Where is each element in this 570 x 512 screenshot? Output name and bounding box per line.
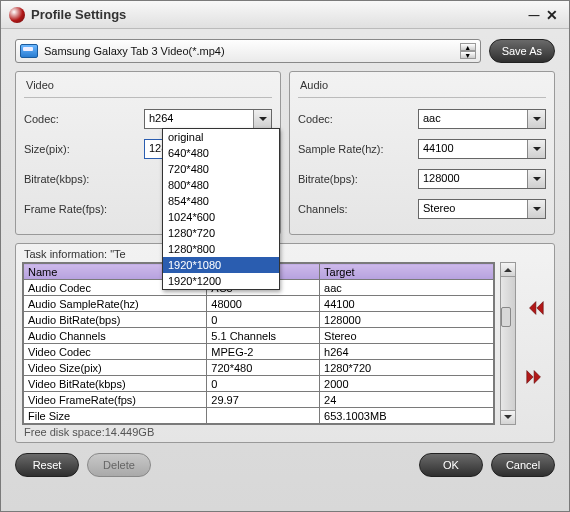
audio-panel: Audio Codec: aac Sample Rate(hz): 44100 … <box>289 71 555 235</box>
audio-channels-value: Stereo <box>419 200 527 218</box>
size-option[interactable]: 720*480 <box>163 161 279 177</box>
cell-name: Video Size(pix) <box>24 360 207 376</box>
cell-target: 2000 <box>320 376 494 392</box>
title-bar: Profile Settings — ✕ <box>1 1 569 29</box>
delete-button: Delete <box>87 453 151 477</box>
cancel-button[interactable]: Cancel <box>491 453 555 477</box>
ok-button[interactable]: OK <box>419 453 483 477</box>
table-row[interactable]: Video Size(pix)720*4801280*720 <box>24 360 494 376</box>
cell-source: 48000 <box>207 296 320 312</box>
chevron-down-icon[interactable] <box>527 110 545 128</box>
chevron-down-icon[interactable] <box>253 110 271 128</box>
cell-name: Video FrameRate(fps) <box>24 392 207 408</box>
save-as-button[interactable]: Save As <box>489 39 555 63</box>
scroll-thumb[interactable] <box>501 307 511 327</box>
prev-task-button[interactable] <box>524 297 546 321</box>
video-panel: Video Codec: h264 Size(pix): 1280*720 Bi… <box>15 71 281 235</box>
video-codec-value: h264 <box>145 110 253 128</box>
cell-name: Video BitRate(kbps) <box>24 376 207 392</box>
table-row[interactable]: Video FrameRate(fps)29.9724 <box>24 392 494 408</box>
size-option[interactable]: 1920*1080 <box>163 257 279 273</box>
cell-target: 24 <box>320 392 494 408</box>
cell-name: Audio SampleRate(hz) <box>24 296 207 312</box>
profile-select[interactable]: Samsung Galaxy Tab 3 Video(*.mp4) ▲▼ <box>15 39 481 63</box>
mp4-icon <box>20 44 38 58</box>
top-row: Samsung Galaxy Tab 3 Video(*.mp4) ▲▼ Sav… <box>1 29 569 71</box>
cell-name: File Size <box>24 408 207 424</box>
cell-source: 5.1 Channels <box>207 328 320 344</box>
vertical-scrollbar[interactable] <box>500 262 516 425</box>
audio-codec-value: aac <box>419 110 527 128</box>
table-row[interactable]: Audio SampleRate(hz)4800044100 <box>24 296 494 312</box>
audio-bitrate-label: Bitrate(bps): <box>298 173 418 185</box>
video-panel-title: Video <box>24 78 272 98</box>
audio-sample-combo[interactable]: 44100 <box>418 139 546 159</box>
table-row[interactable]: File Size653.1003MB <box>24 408 494 424</box>
reset-button[interactable]: Reset <box>15 453 79 477</box>
profile-spin[interactable]: ▲▼ <box>460 43 476 59</box>
cell-name: Audio Channels <box>24 328 207 344</box>
profile-text: Samsung Galaxy Tab 3 Video(*.mp4) <box>44 45 460 57</box>
profile-settings-window: Profile Settings — ✕ Samsung Galaxy Tab … <box>0 0 570 512</box>
cell-source: 720*480 <box>207 360 320 376</box>
audio-panel-title: Audio <box>298 78 546 98</box>
panels: Video Codec: h264 Size(pix): 1280*720 Bi… <box>1 71 569 235</box>
table-row[interactable]: Audio BitRate(bps)0128000 <box>24 312 494 328</box>
audio-bitrate-value: 128000 <box>419 170 527 188</box>
cell-target: 44100 <box>320 296 494 312</box>
video-codec-label: Codec: <box>24 113 144 125</box>
scroll-up-icon[interactable] <box>501 263 515 277</box>
size-option[interactable]: 800*480 <box>163 177 279 193</box>
next-task-button[interactable] <box>524 366 546 390</box>
col-target[interactable]: Target <box>320 264 494 280</box>
video-framerate-label: Frame Rate(fps): <box>24 203 144 215</box>
size-option[interactable]: 1280*720 <box>163 225 279 241</box>
cell-source <box>207 408 320 424</box>
size-option[interactable]: original <box>163 129 279 145</box>
cell-target: 653.1003MB <box>320 408 494 424</box>
cell-target: 128000 <box>320 312 494 328</box>
cell-source: 0 <box>207 312 320 328</box>
size-option[interactable]: 640*480 <box>163 145 279 161</box>
free-disk-space: Free disk space:14.449GB <box>22 425 548 438</box>
table-row[interactable]: Audio Channels5.1 ChannelsStereo <box>24 328 494 344</box>
audio-sample-label: Sample Rate(hz): <box>298 143 418 155</box>
video-bitrate-label: Bitrate(kbps): <box>24 173 144 185</box>
chevron-down-icon[interactable] <box>527 170 545 188</box>
audio-codec-label: Codec: <box>298 113 418 125</box>
scroll-down-icon[interactable] <box>501 410 515 424</box>
cell-target: Stereo <box>320 328 494 344</box>
audio-channels-label: Channels: <box>298 203 418 215</box>
video-codec-combo[interactable]: h264 <box>144 109 272 129</box>
close-button[interactable]: ✕ <box>543 6 561 24</box>
chevron-down-icon[interactable] <box>527 200 545 218</box>
window-title: Profile Settings <box>31 7 525 22</box>
table-row[interactable]: Video CodecMPEG-2h264 <box>24 344 494 360</box>
cell-target: aac <box>320 280 494 296</box>
minimize-button[interactable]: — <box>525 6 543 24</box>
cell-source: 0 <box>207 376 320 392</box>
footer: Reset Delete OK Cancel <box>1 443 569 487</box>
cell-source: 29.97 <box>207 392 320 408</box>
task-information-area: Task information: "Te Name Target Audio … <box>15 243 555 443</box>
size-option[interactable]: 1280*800 <box>163 241 279 257</box>
video-size-label: Size(pix): <box>24 143 144 155</box>
task-nav-column <box>522 262 548 425</box>
size-option[interactable]: 854*480 <box>163 193 279 209</box>
size-option[interactable]: 1024*600 <box>163 209 279 225</box>
chevron-down-icon[interactable] <box>527 140 545 158</box>
size-option[interactable]: 1920*1200 <box>163 273 279 289</box>
cell-name: Audio BitRate(bps) <box>24 312 207 328</box>
cell-target: 1280*720 <box>320 360 494 376</box>
cell-target: h264 <box>320 344 494 360</box>
cell-name: Video Codec <box>24 344 207 360</box>
cell-source: MPEG-2 <box>207 344 320 360</box>
table-row[interactable]: Video BitRate(kbps)02000 <box>24 376 494 392</box>
app-icon <box>9 7 25 23</box>
task-caption: Task information: "Te <box>22 248 548 262</box>
audio-bitrate-combo[interactable]: 128000 <box>418 169 546 189</box>
audio-channels-combo[interactable]: Stereo <box>418 199 546 219</box>
audio-codec-combo[interactable]: aac <box>418 109 546 129</box>
video-size-dropdown[interactable]: original640*480720*480800*480854*4801024… <box>162 128 280 290</box>
audio-sample-value: 44100 <box>419 140 527 158</box>
